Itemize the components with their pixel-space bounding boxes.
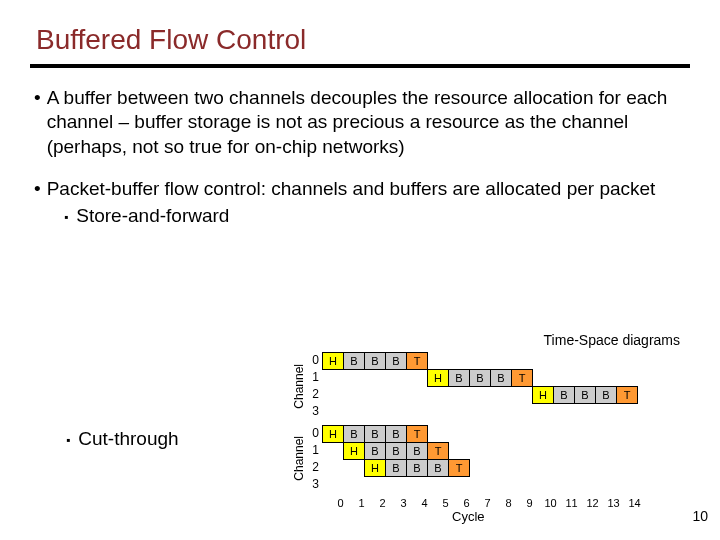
x-axis-label: Cycle: [452, 509, 702, 524]
subbullet-saf-text: Store-and-forward: [76, 205, 229, 229]
bullet-dot-icon: •: [34, 177, 41, 201]
row-labels-cut: 0123: [309, 425, 319, 493]
grid-cut: HBBBTHBBBTHBBBT: [322, 425, 638, 494]
diagram-saf: Channel 0123 HBBBTHBBBTHBBBT: [292, 352, 702, 421]
bullet-2: • Packet-buffer flow control: channels a…: [34, 177, 686, 201]
diagram-cut: Channel 0123 HBBBTHBBBTHBBBT: [292, 425, 702, 494]
row-labels-saf: 0123: [309, 352, 319, 420]
y-axis-label: Channel: [292, 436, 306, 481]
bullet-2-text: Packet-buffer flow control: channels and…: [47, 177, 656, 201]
bullet-dot-icon: •: [34, 86, 41, 159]
subbullet-saf: ▪ Store-and-forward: [64, 205, 690, 229]
bullet-1: • A buffer between two channels decouple…: [34, 86, 686, 159]
subbullet-cut-text: Cut-through: [78, 428, 178, 452]
page-number: 10: [692, 508, 708, 524]
subbullet-cut: ▪ Cut-through: [66, 428, 179, 452]
time-space-diagrams: Time-Space diagrams Channel 0123 HBBBTHB…: [292, 332, 702, 524]
square-bullet-icon: ▪: [64, 205, 68, 229]
y-axis-label: Channel: [292, 364, 306, 409]
horizontal-rule: [30, 64, 690, 68]
x-axis-ticks: 01234567891011121314: [330, 497, 702, 509]
square-bullet-icon: ▪: [66, 428, 70, 452]
diagram-caption: Time-Space diagrams: [292, 332, 680, 348]
grid-saf: HBBBTHBBBTHBBBT: [322, 352, 638, 421]
slide-title: Buffered Flow Control: [36, 24, 690, 56]
bullet-1-text: A buffer between two channels decouples …: [47, 86, 686, 159]
